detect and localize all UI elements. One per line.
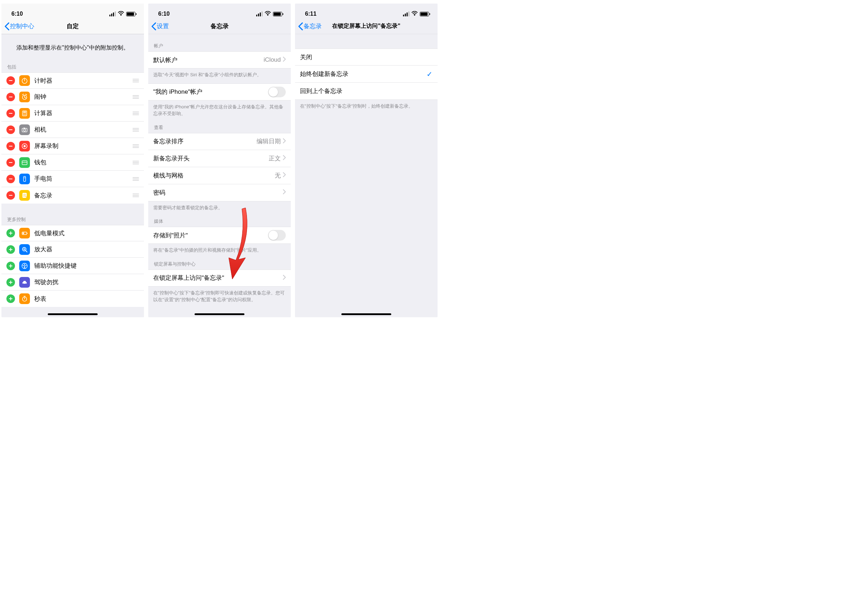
remove-button[interactable] [6,191,15,200]
cell-lines-grid[interactable]: 横线与网格 无 [148,167,291,184]
timer-icon [19,75,30,86]
add-button[interactable] [6,294,15,303]
control-label: 驾驶勿扰 [34,278,139,286]
control-row[interactable]: 备忘录 [1,187,144,204]
car-icon [19,277,30,288]
svg-rect-37 [9,195,12,196]
cell-save-photos[interactable]: 存储到"照片" [148,227,291,244]
control-row[interactable]: 驾驶勿扰 [1,274,144,290]
control-row[interactable]: 放大器 [1,241,144,258]
chevron-right-icon [283,57,286,63]
add-button[interactable] [6,262,15,270]
wifi-icon [118,11,124,17]
status-time: 6:10 [12,11,23,17]
cell-password[interactable]: 密码 [148,184,291,201]
option-label: 关闭 [300,53,433,61]
calc-icon [19,108,30,119]
control-row[interactable]: 闹钟 [1,89,144,105]
reorder-handle[interactable] [133,79,139,82]
control-label: 闹钟 [34,93,133,101]
notes-icon [19,190,30,201]
option-row[interactable]: 回到上个备忘录 [295,83,438,100]
control-row[interactable]: 屏幕录制 [1,138,144,154]
control-row[interactable]: 相机 [1,121,144,138]
cell-lockscreen-access[interactable]: 在锁定屏幕上访问"备忘录" [148,269,291,287]
control-label: 钱包 [34,158,133,166]
remove-button[interactable] [6,109,15,118]
cell-label: 备忘录排序 [153,137,257,145]
control-row[interactable]: 计算器 [1,105,144,121]
home-indicator [195,314,244,315]
screen-control-center-customize: 6:10 控制中心 自定 添加和整理显示在"控制中心"中的附加控制。 包括 计时… [1,4,144,317]
svg-rect-32 [9,113,12,114]
option-list: 关闭始终创建新备忘录✓回到上个备忘录 [295,49,438,100]
include-list: 计时器闹钟计算器相机屏幕录制钱包手电筒备忘录 [1,72,144,204]
svg-rect-33 [9,129,12,130]
camera-icon [19,124,30,135]
add-button[interactable] [6,229,15,237]
svg-rect-36 [9,179,12,179]
status-time: 6:10 [158,11,170,17]
cell-value: iCloud [264,56,281,64]
footer-lock-access: 在"控制中心"按下"备忘录"控制即可快速创建或恢复备忘录。您可以在"设置"的"控… [148,287,291,308]
cell-label: "我的 iPhone"帐户 [153,88,268,96]
cell-sort[interactable]: 备忘录排序 编辑日期 [148,133,291,150]
lowpower-icon [19,228,30,238]
control-row[interactable]: 辅助功能快捷键 [1,258,144,274]
cell-value: 正文 [269,154,281,163]
home-indicator [341,314,391,315]
reorder-handle[interactable] [133,112,139,115]
back-button[interactable]: 备忘录 [298,22,322,30]
home-indicator [48,314,97,315]
remove-button[interactable] [6,126,15,134]
svg-rect-47 [10,297,11,300]
back-button[interactable]: 设置 [151,22,169,30]
svg-rect-30 [9,80,12,81]
remove-button[interactable] [6,175,15,183]
option-row[interactable]: 始终创建新备忘录✓ [295,66,438,83]
cell-value: 编辑日期 [257,137,281,145]
footer-iphone-account: 使用"我的 iPhone"帐户允许您在这台设备上存储备忘录。其他备忘录不受影响。 [148,101,291,122]
section-header-lock: 锁定屏幕与控制中心 [148,259,291,269]
remove-button[interactable] [6,76,15,85]
control-row[interactable]: 钱包 [1,154,144,171]
cell-default-account[interactable]: 默认帐户 iCloud [148,51,291,68]
reorder-handle[interactable] [133,194,139,197]
stopwatch-icon [19,293,30,304]
svg-rect-45 [10,281,11,284]
option-row[interactable]: 关闭 [295,49,438,66]
magnifier-icon [19,244,30,255]
footer-save-photos: 将在"备忘录"中拍摄的照片和视频存储到"照片"应用。 [148,244,291,259]
control-row[interactable]: 低电量模式 [1,225,144,241]
add-button[interactable] [6,278,15,287]
chevron-left-icon [151,22,156,30]
status-indicators [109,11,136,17]
reorder-handle[interactable] [133,95,139,99]
reorder-handle[interactable] [133,177,139,181]
status-indicators [403,11,429,17]
control-label: 备忘录 [34,191,133,200]
toggle-switch[interactable] [268,87,286,97]
cell-new-start[interactable]: 新备忘录开头 正文 [148,150,291,167]
reorder-handle[interactable] [133,144,139,148]
remove-button[interactable] [6,93,15,101]
add-button[interactable] [6,245,15,254]
control-row[interactable]: 计时器 [1,72,144,89]
reorder-handle[interactable] [133,128,139,132]
control-row[interactable]: 秒表 [1,290,144,307]
chevron-right-icon [283,189,286,196]
remove-button[interactable] [6,142,15,151]
control-label: 放大器 [34,245,139,253]
option-label: 始终创建新备忘录 [300,70,427,78]
control-row[interactable]: 手电筒 [1,171,144,187]
screen-notes-settings: 6:10 设置 备忘录 帐户 默认帐户 iCloud 选取"今天"视图中 Sir… [148,4,291,317]
battery-icon [273,12,282,16]
cellular-icon [403,12,409,16]
cell-iphone-account[interactable]: "我的 iPhone"帐户 [148,83,291,101]
wallet-icon [19,157,30,168]
toggle-switch[interactable] [268,230,286,241]
reorder-handle[interactable] [133,161,139,164]
back-label: 备忘录 [304,22,322,30]
remove-button[interactable] [6,158,15,167]
back-button[interactable]: 控制中心 [4,22,34,30]
